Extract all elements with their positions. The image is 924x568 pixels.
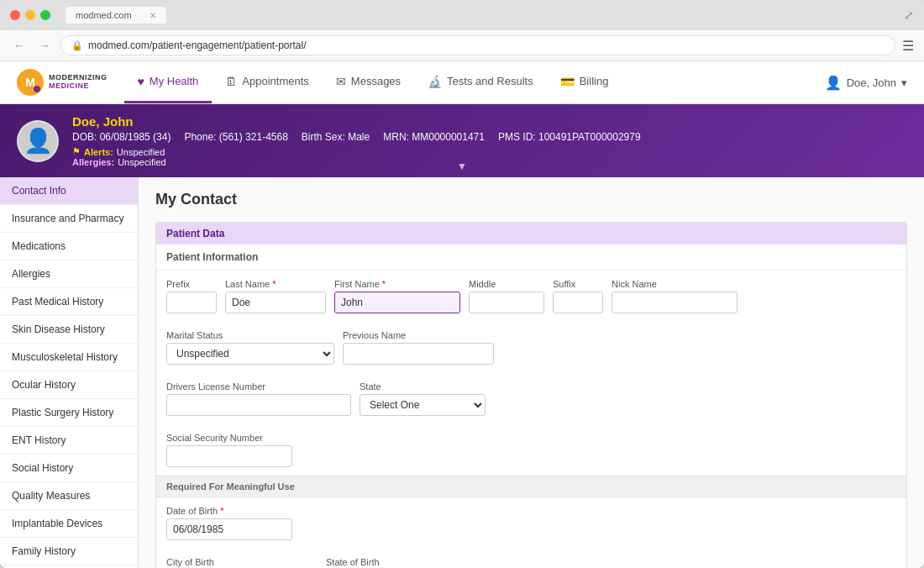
suffix-input[interactable] xyxy=(553,292,603,313)
last-name-input[interactable] xyxy=(225,292,326,313)
tab-tests-results-label: Tests and Results xyxy=(447,75,533,87)
marital-status-select[interactable]: Unspecified Single Married Divorced Wido… xyxy=(166,343,334,365)
prefix-input[interactable] xyxy=(166,292,217,313)
marital-status-label: Marital Status xyxy=(166,330,334,340)
tab-tests-results[interactable]: 🔬 Tests and Results xyxy=(414,61,547,103)
state-group: State Select One FL NY CA TX xyxy=(360,381,486,416)
patient-phone: Phone: (561) 321-4568 xyxy=(184,131,287,143)
last-name-required: * xyxy=(272,279,276,289)
first-name-required: * xyxy=(382,279,386,289)
tab-messages[interactable]: ✉ Messages xyxy=(323,61,414,103)
nick-name-group: Nick Name xyxy=(612,279,738,313)
patient-data-section: Patient Data Patient Information Prefix … xyxy=(155,222,907,568)
state-select[interactable]: Select One FL NY CA TX xyxy=(360,394,486,416)
sidebar-item-insurance-pharmacy[interactable]: Insurance and Pharmacy xyxy=(0,205,138,233)
sidebar-item-medications[interactable]: Medications xyxy=(0,233,138,260)
nick-name-input[interactable] xyxy=(612,292,738,313)
sidebar-item-implantable-devices[interactable]: Implantable Devices xyxy=(0,510,138,538)
sidebar-item-quality-measures[interactable]: Quality Measures xyxy=(0,482,138,510)
first-name-input[interactable] xyxy=(334,292,460,313)
browser-tab[interactable]: modmed.com ✕ xyxy=(66,7,166,24)
drivers-license-input[interactable] xyxy=(166,394,351,416)
logo: M MODERNIZING MEDICINE xyxy=(17,69,108,96)
tab-label: modmed.com xyxy=(76,10,132,20)
back-button[interactable]: ← xyxy=(10,37,29,54)
patient-info: Doe, John DOB: 06/08/1985 (34) Phone: (5… xyxy=(72,114,907,167)
tab-billing[interactable]: 💳 Billing xyxy=(547,61,622,103)
logo-text-bottom: MEDICINE xyxy=(49,82,108,91)
sidebar-item-ocular-history[interactable]: Ocular History xyxy=(0,371,138,399)
tab-appointments-label: Appointments xyxy=(242,75,309,87)
ssn-input[interactable] xyxy=(166,445,292,467)
first-name-group: First Name * xyxy=(334,279,460,313)
ssn-label: Social Security Number xyxy=(166,433,292,443)
sidebar-item-plastic-surgery-history[interactable]: Plastic Surgery History xyxy=(0,399,138,427)
forward-button[interactable]: → xyxy=(35,37,54,54)
suffix-label: Suffix xyxy=(553,279,603,289)
sidebar-item-ent-history[interactable]: ENT History xyxy=(0,427,138,455)
alert-item: ⚑ Alerts: Unspecified xyxy=(72,146,907,157)
user-avatar-icon: 👤 xyxy=(825,75,842,91)
ssn-row: Social Security Number xyxy=(156,424,906,476)
allergies-label: Allergies: xyxy=(72,157,114,167)
last-name-label: Last Name * xyxy=(225,279,326,289)
minimize-dot[interactable] xyxy=(25,10,35,20)
browser-titlebar: modmed.com ✕ ⤢ xyxy=(0,0,924,30)
drivers-license-row: Drivers License Number State Select One … xyxy=(156,373,906,424)
middle-input[interactable] xyxy=(469,292,544,313)
allergy-item: Allergies: Unspecified xyxy=(72,157,907,167)
dob-group: Date of Birth * xyxy=(166,506,292,540)
hamburger-icon[interactable]: ☰ xyxy=(902,38,914,54)
sidebar-item-past-medical-history[interactable]: Past Medical History xyxy=(0,288,138,316)
last-name-group: Last Name * xyxy=(225,279,326,313)
tab-close-icon[interactable]: ✕ xyxy=(150,11,156,20)
middle-group: Middle xyxy=(469,279,544,313)
previous-name-input[interactable] xyxy=(343,343,494,365)
sidebar-item-family-history[interactable]: Family History xyxy=(0,538,138,565)
patient-info-title: Patient Information xyxy=(156,245,906,271)
heart-icon: ♥ xyxy=(138,75,144,88)
test-icon: 🔬 xyxy=(428,75,442,88)
sidebar-item-skin-disease-history[interactable]: Skin Disease History xyxy=(0,316,138,344)
user-name: Doe, John xyxy=(847,76,896,89)
sidebar-item-contact-info[interactable]: Contact Info xyxy=(0,177,138,205)
top-nav: M MODERNIZING MEDICINE ♥ My Health 🗓 App… xyxy=(0,61,924,104)
sidebar-item-musculoskeletal-history[interactable]: Musculoskeletal History xyxy=(0,344,138,371)
logo-text: MODERNIZING MEDICINE xyxy=(49,74,108,91)
allergies-value: Unspecified xyxy=(118,157,165,167)
city-of-birth-label: City of Birth xyxy=(166,557,318,567)
prefix-label: Prefix xyxy=(166,279,217,289)
header-chevron-icon[interactable]: ▼ xyxy=(457,160,467,172)
patient-birth-sex: Birth Sex: Male xyxy=(302,131,370,143)
browser-dots xyxy=(10,10,50,20)
alerts-label: Alerts: xyxy=(84,147,113,157)
birth-location-row: City of Birth State of Birth Select One … xyxy=(156,549,906,568)
dob-row: Date of Birth * xyxy=(156,497,906,549)
dob-required: * xyxy=(220,506,223,516)
patient-name: Doe, John xyxy=(72,114,907,129)
patient-data-header: Patient Data xyxy=(156,223,906,245)
maximize-dot[interactable] xyxy=(40,10,50,20)
url-bar[interactable]: 🔒 modmed.com/patient-engagement/patient-… xyxy=(60,35,895,55)
sidebar: Contact Info Insurance and Pharmacy Medi… xyxy=(0,177,139,568)
marital-status-group: Marital Status Unspecified Single Marrie… xyxy=(166,330,334,365)
tab-billing-label: Billing xyxy=(580,75,609,87)
nav-tabs: ♥ My Health 🗓 Appointments ✉ Messages 🔬 … xyxy=(124,61,825,103)
patient-pms-id: PMS ID: 100491PAT000002979 xyxy=(498,131,641,143)
flag-icon: ⚑ xyxy=(72,146,81,157)
sidebar-item-social-history[interactable]: Social History xyxy=(0,455,138,482)
user-menu[interactable]: 👤 Doe, John ▾ xyxy=(825,75,907,91)
state-of-birth-label: State of Birth xyxy=(326,557,452,567)
suffix-group: Suffix xyxy=(553,279,603,313)
expand-icon[interactable]: ⤢ xyxy=(904,8,914,22)
tab-appointments[interactable]: 🗓 Appointments xyxy=(212,61,323,103)
middle-label: Middle xyxy=(469,279,544,289)
patient-dob: DOB: 06/08/1985 (34) xyxy=(72,131,171,143)
sidebar-item-allergies[interactable]: Allergies xyxy=(0,260,138,288)
user-chevron-icon: ▾ xyxy=(901,76,907,89)
tab-my-health[interactable]: ♥ My Health xyxy=(124,61,213,103)
state-label: State xyxy=(360,381,486,392)
dob-input[interactable] xyxy=(166,518,292,540)
main-content: My Contact Patient Data Patient Informat… xyxy=(139,177,924,568)
close-dot[interactable] xyxy=(10,10,20,20)
